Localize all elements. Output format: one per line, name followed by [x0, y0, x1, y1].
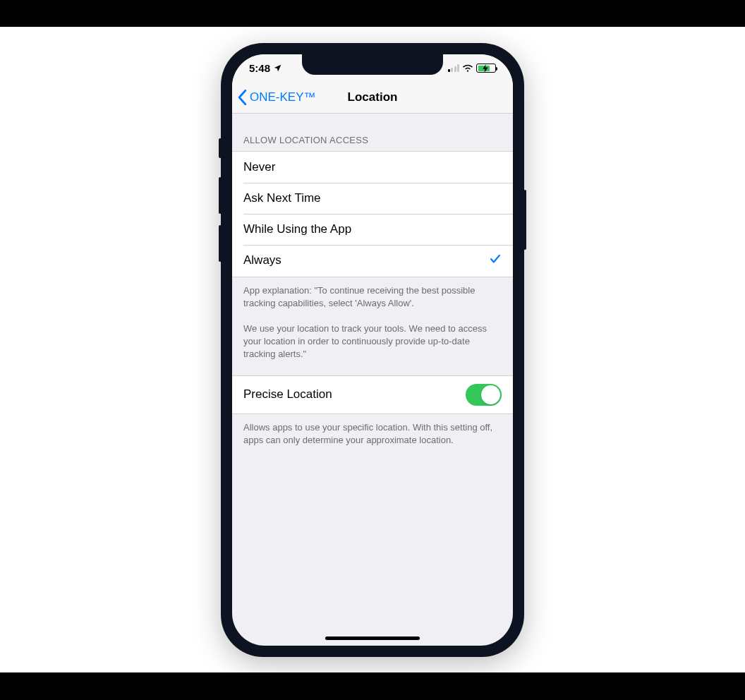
- power-button: [523, 190, 526, 250]
- battery-icon: [476, 64, 496, 73]
- stage: 5:48: [0, 27, 745, 672]
- option-ask-next-time[interactable]: Ask Next Time: [232, 183, 513, 214]
- option-always[interactable]: Always: [232, 245, 513, 277]
- checkmark-icon: [489, 253, 502, 269]
- letterbox-bottom: [0, 672, 745, 700]
- page-title: Location: [348, 90, 398, 104]
- phone-frame: 5:48: [221, 43, 524, 657]
- precise-location-group: Precise Location: [232, 375, 513, 414]
- wifi-icon: [462, 64, 473, 73]
- location-arrow-icon: [273, 64, 282, 73]
- notch: [302, 54, 443, 75]
- phone-screen: 5:48: [232, 54, 513, 646]
- toggle-knob: [481, 385, 500, 404]
- letterbox-top: [0, 0, 745, 27]
- volume-up-button: [219, 177, 222, 214]
- navigation-bar: ONE-KEY™ Location: [232, 83, 513, 114]
- back-label: ONE-KEY™: [250, 90, 316, 104]
- option-while-using[interactable]: While Using the App: [232, 214, 513, 245]
- precise-location-toggle[interactable]: [466, 384, 502, 406]
- explanation-text: App explanation: "To continue receiving …: [232, 277, 513, 375]
- section-header-location-access: ALLOW LOCATION ACCESS: [232, 114, 513, 151]
- precise-location-row[interactable]: Precise Location: [232, 376, 513, 414]
- option-label: Always: [243, 253, 281, 267]
- back-button[interactable]: ONE-KEY™: [232, 90, 316, 105]
- mute-switch: [219, 138, 222, 158]
- precise-location-label: Precise Location: [243, 387, 332, 402]
- cellular-signal-icon: [448, 64, 460, 72]
- volume-down-button: [219, 225, 222, 262]
- option-label: Never: [243, 160, 275, 174]
- option-label: Ask Next Time: [243, 191, 321, 205]
- home-indicator[interactable]: [325, 636, 420, 640]
- charging-bolt-icon: [483, 64, 488, 74]
- chevron-left-icon: [238, 90, 247, 105]
- precise-footer-text: Allows apps to use your specific locatio…: [232, 414, 513, 461]
- option-never[interactable]: Never: [232, 152, 513, 183]
- option-label: While Using the App: [243, 222, 351, 236]
- location-access-options: Never Ask Next Time While Using the App …: [232, 151, 513, 277]
- status-time: 5:48: [249, 62, 270, 74]
- settings-content: ALLOW LOCATION ACCESS Never Ask Next Tim…: [232, 114, 513, 461]
